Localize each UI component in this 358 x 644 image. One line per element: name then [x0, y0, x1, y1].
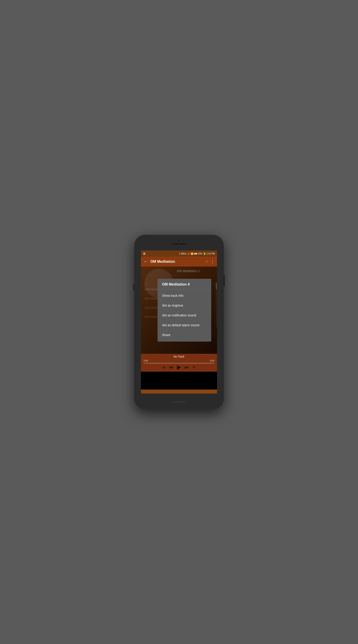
player-controls: ⇄ ⏮ ▶ ⏭ ↻ — [144, 364, 214, 370]
video-area — [141, 372, 217, 390]
back-button[interactable]: ← — [144, 260, 148, 264]
battery-icon: 🔋 — [203, 252, 206, 255]
prev-button[interactable]: ⏮ — [169, 365, 173, 370]
front-camera — [177, 239, 181, 242]
repeat-button[interactable]: ↻ — [193, 365, 196, 370]
network-speed: 1.46K/s — [179, 252, 187, 255]
clock: 1:42 PM — [207, 252, 215, 255]
app-title: OM Meditation — [150, 260, 203, 264]
power-button[interactable] — [133, 284, 134, 291]
context-menu-title: OM Meditation 4 — [158, 282, 211, 290]
player-time-end: 0:00 — [210, 360, 214, 362]
battery-pct: 43% — [198, 252, 202, 255]
volume-button[interactable] — [224, 275, 225, 286]
next-button[interactable]: ⏭ — [185, 365, 189, 370]
earpiece-speaker — [172, 243, 186, 245]
phone-frame: 🖼 1.46K/s 🔕 📶 ▮▮▮ 43% 🔋 1:42 PM ← OM Med… — [134, 235, 224, 409]
player-time-start: 0:00 — [144, 360, 148, 362]
phone-screen: 🖼 1.46K/s 🔕 📶 ▮▮▮ 43% 🔋 1:42 PM ← OM Med… — [141, 250, 217, 394]
phone-bottom — [172, 402, 186, 402]
home-indicator — [172, 402, 186, 402]
status-left: 🖼 — [143, 252, 145, 255]
player-progress-bar[interactable] — [144, 363, 214, 364]
show-track-info-item[interactable]: Show track info — [158, 291, 211, 300]
signal-icon: ▮▮▮ — [194, 252, 197, 255]
context-menu: OM Meditation 4 Show track info Set as r… — [158, 279, 211, 342]
more-options-button[interactable]: ⋮ — [210, 259, 214, 264]
player-bar: No Track 0:00 0:00 ⇄ ⏮ ▶ ⏭ ↻ — [141, 354, 217, 372]
mute-icon: 🔕 — [187, 252, 190, 255]
set-notification-sound-item[interactable]: Set as notification sound — [158, 310, 211, 320]
photo-icon: 🖼 — [143, 252, 145, 255]
player-times: 0:00 0:00 — [144, 359, 214, 362]
phone-top — [152, 239, 206, 245]
set-ringtone-item[interactable]: Set as ringtone — [158, 300, 211, 310]
share-item[interactable]: Share — [158, 330, 211, 340]
player-track-name: No Track — [144, 355, 214, 358]
play-button[interactable]: ▶ — [177, 364, 181, 370]
set-alarm-sound-item[interactable]: Set as default alarm sound — [158, 320, 211, 330]
status-right: 1.46K/s 🔕 📶 ▮▮▮ 43% 🔋 1:42 PM — [179, 252, 215, 255]
share-button[interactable]: ↑ — [206, 260, 208, 264]
wifi-icon: 📶 — [191, 252, 193, 255]
shuffle-button[interactable]: ⇄ — [162, 365, 165, 370]
status-bar: 🖼 1.46K/s 🔕 📶 ▮▮▮ 43% 🔋 1:42 PM — [141, 250, 217, 257]
app-bar: ← OM Meditation ↑ ⋮ — [141, 257, 217, 266]
